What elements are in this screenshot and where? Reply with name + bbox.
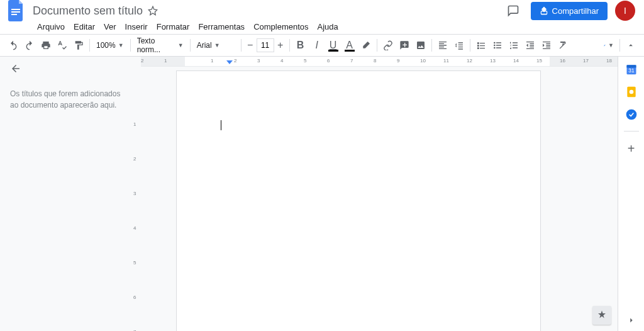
explore-button[interactable]: [592, 306, 611, 325]
svg-point-11: [629, 90, 633, 94]
align-icon[interactable]: [435, 38, 450, 53]
menu-ver[interactable]: Ver: [99, 21, 121, 33]
clear-format-icon[interactable]: [555, 38, 570, 53]
link-icon[interactable]: [380, 38, 396, 53]
comment-icon[interactable]: [397, 38, 412, 53]
menu-inserir[interactable]: Inserir: [121, 21, 152, 33]
numbered-list-icon[interactable]: [506, 38, 521, 53]
addons-plus-icon[interactable]: +: [628, 142, 635, 156]
menu-bar: Arquivo Editar Ver Inserir Formatar Ferr…: [0, 19, 644, 34]
ruler-tick: 5: [304, 58, 306, 64]
svg-point-4: [494, 42, 496, 44]
bullet-list-icon[interactable]: [490, 38, 505, 53]
keep-icon[interactable]: [625, 86, 638, 98]
outline-empty-text: Os títulos que forem adicionados ao docu…: [10, 88, 122, 111]
menu-ajuda[interactable]: Ajuda: [313, 21, 343, 33]
svg-rect-0: [11, 9, 20, 10]
ruler-tick: 1: [211, 58, 213, 64]
toolbar: 100%▼ Texto norm...▼ Arial▼ − 11 + B I U…: [0, 34, 644, 57]
font-size-input[interactable]: 11: [257, 38, 274, 52]
tasks-icon[interactable]: [625, 108, 638, 121]
ruler-tick: 7: [350, 58, 353, 64]
outline-back-icon[interactable]: [10, 63, 21, 74]
spellcheck-icon[interactable]: [55, 38, 70, 53]
ruler-tick: 10: [420, 58, 426, 64]
menu-arquivo[interactable]: Arquivo: [33, 21, 69, 33]
font-select[interactable]: Arial▼: [193, 38, 238, 53]
outdent-icon[interactable]: [523, 38, 538, 53]
ruler-tick: 6: [327, 58, 330, 64]
collapse-panel-icon[interactable]: [627, 316, 636, 325]
share-button[interactable]: Compartilhar: [531, 2, 608, 20]
font-size-increase[interactable]: +: [274, 38, 287, 53]
italic-icon[interactable]: I: [309, 38, 325, 53]
line-spacing-icon[interactable]: [452, 38, 467, 53]
checklist-icon[interactable]: [474, 38, 489, 53]
ruler-tick: 4: [280, 58, 283, 64]
side-panel: 31 +: [618, 57, 644, 331]
ruler-tick: 17: [583, 58, 589, 64]
menu-editar[interactable]: Editar: [69, 21, 99, 33]
vruler-tick: 3: [133, 191, 136, 196]
account-avatar[interactable]: I: [615, 1, 635, 21]
indent-icon[interactable]: [539, 38, 554, 53]
svg-point-6: [494, 47, 496, 49]
underline-icon[interactable]: U: [326, 38, 341, 53]
ruler-tick: 18: [606, 58, 612, 64]
calendar-icon[interactable]: 31: [625, 63, 638, 76]
image-icon[interactable]: [413, 38, 428, 53]
vruler-tick: 5: [133, 260, 136, 266]
vruler-tick: 6: [133, 295, 136, 300]
menu-formatar[interactable]: Formatar: [152, 21, 194, 33]
menu-ferramentas[interactable]: Ferramentas: [194, 21, 249, 33]
star-icon[interactable]: [148, 6, 158, 16]
vruler-tick: 2: [133, 156, 136, 162]
svg-point-12: [626, 109, 636, 120]
document-page[interactable]: [176, 70, 541, 331]
ruler-tick: 16: [560, 58, 565, 64]
ruler-tick: 9: [397, 58, 399, 64]
redo-icon[interactable]: [22, 38, 37, 53]
vertical-ruler[interactable]: 12345678: [132, 68, 141, 331]
zoom-select[interactable]: 100%▼: [92, 38, 128, 53]
ruler-tick: 2: [234, 58, 236, 64]
comments-icon[interactable]: [503, 1, 523, 21]
ruler-tick: 13: [490, 58, 496, 64]
share-label: Compartilhar: [552, 6, 599, 16]
highlight-icon[interactable]: [358, 38, 374, 53]
ruler-tick: 15: [536, 58, 542, 64]
text-cursor: [221, 120, 221, 130]
ruler-tick: 14: [513, 58, 519, 64]
ruler-tick: 8: [374, 58, 376, 64]
collapse-toolbar-icon[interactable]: [623, 38, 638, 53]
editing-mode-icon[interactable]: ▼: [601, 38, 616, 53]
ruler-tick: 2: [141, 58, 143, 64]
menu-complementos[interactable]: Complementos: [249, 21, 313, 33]
ruler-tick: 3: [257, 58, 260, 64]
vruler-tick: 4: [133, 225, 136, 231]
document-title[interactable]: Documento sem título: [33, 4, 143, 18]
vruler-tick: 1: [133, 121, 136, 127]
ruler-tick: 12: [467, 58, 472, 64]
paragraph-style-select[interactable]: Texto norm...▼: [133, 38, 187, 53]
undo-icon[interactable]: [6, 38, 21, 53]
ruler-tick: 11: [443, 58, 449, 64]
paint-format-icon[interactable]: [71, 38, 86, 53]
svg-rect-2: [11, 14, 17, 15]
svg-text:31: 31: [628, 67, 635, 74]
print-icon[interactable]: [38, 38, 53, 53]
svg-point-5: [494, 45, 496, 47]
editor-area[interactable]: 21123456789101112131415161718 12345678: [132, 57, 618, 331]
outline-panel: Os títulos que forem adicionados ao docu…: [0, 57, 132, 331]
bold-icon[interactable]: B: [293, 38, 308, 53]
text-color-icon[interactable]: A: [342, 38, 357, 53]
svg-rect-1: [11, 11, 20, 13]
ruler-tick: 1: [164, 58, 167, 64]
horizontal-ruler[interactable]: 21123456789101112131415161718: [141, 57, 618, 67]
font-size-decrease[interactable]: −: [244, 38, 257, 53]
